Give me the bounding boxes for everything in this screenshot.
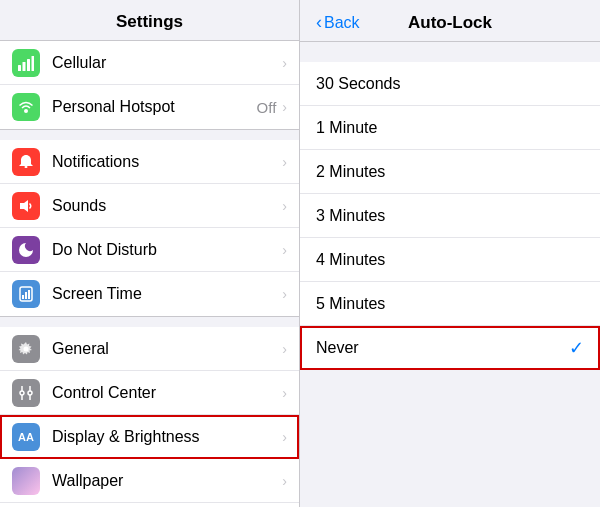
back-button[interactable]: ‹ Back [316,12,360,33]
dnd-label: Do Not Disturb [52,241,282,259]
svg-rect-3 [32,56,35,71]
settings-group-3: General › Control Center › AA Displa [0,327,299,507]
svg-rect-0 [18,65,21,71]
settings-item-cellular[interactable]: Cellular › [0,41,299,85]
autolock-option-4min[interactable]: 4 Minutes [300,238,600,282]
autolock-option-3min[interactable]: 3 Minutes [300,194,600,238]
back-label: Back [324,14,360,32]
settings-item-wallpaper[interactable]: Wallpaper › [0,459,299,503]
wallpaper-chevron: › [282,473,287,489]
option-label-never: Never [316,339,569,357]
wallpaper-icon [12,467,40,495]
option-label-4min: 4 Minutes [316,251,584,269]
right-panel: ‹ Back Auto-Lock 30 Seconds 1 Minute 2 M… [300,0,600,507]
settings-item-controlcenter[interactable]: Control Center › [0,371,299,415]
svg-rect-9 [25,292,27,299]
autolock-option-1min[interactable]: 1 Minute [300,106,600,150]
screentime-icon [12,280,40,308]
option-label-1min: 1 Minute [316,119,584,137]
display-chevron: › [282,429,287,445]
notifications-label: Notifications [52,153,282,171]
wallpaper-label: Wallpaper [52,472,282,490]
settings-header: Settings [0,0,299,41]
hotspot-chevron: › [282,99,287,115]
hotspot-label: Personal Hotspot [52,98,257,116]
settings-item-hotspot[interactable]: Personal Hotspot Off › [0,85,299,129]
general-label: General [52,340,282,358]
sounds-chevron: › [282,198,287,214]
svg-point-4 [24,109,28,113]
svg-rect-10 [28,290,30,299]
option-label-5min: 5 Minutes [316,295,584,313]
general-chevron: › [282,341,287,357]
hotspot-icon [12,93,40,121]
dnd-icon [12,236,40,264]
autolock-header: ‹ Back Auto-Lock [300,0,600,42]
top-spacer [300,42,600,52]
display-icon: AA [12,423,40,451]
controlcenter-chevron: › [282,385,287,401]
controlcenter-icon [12,379,40,407]
back-chevron-icon: ‹ [316,12,322,33]
svg-rect-1 [23,62,26,71]
screentime-label: Screen Time [52,285,282,303]
settings-group-1: Cellular › Personal Hotspot Off › [0,41,299,130]
autolock-options-list: 30 Seconds 1 Minute 2 Minutes 3 Minutes … [300,62,600,370]
dnd-chevron: › [282,242,287,258]
svg-marker-6 [20,200,28,212]
option-label-3min: 3 Minutes [316,207,584,225]
settings-item-notifications[interactable]: Notifications › [0,140,299,184]
svg-rect-5 [25,166,28,168]
option-label-30sec: 30 Seconds [316,75,584,93]
settings-item-screentime[interactable]: Screen Time › [0,272,299,316]
cellular-chevron: › [282,55,287,71]
checkmark-icon: ✓ [569,337,584,359]
settings-item-siri[interactable]: Siri & Search › [0,503,299,507]
cellular-icon [12,49,40,77]
settings-item-general[interactable]: General › [0,327,299,371]
autolock-option-2min[interactable]: 2 Minutes [300,150,600,194]
svg-rect-2 [27,59,30,71]
settings-item-display[interactable]: AA Display & Brightness › [0,415,299,459]
autolock-option-never[interactable]: Never ✓ [300,326,600,370]
autolock-option-5min[interactable]: 5 Minutes [300,282,600,326]
screentime-chevron: › [282,286,287,302]
cellular-label: Cellular [52,54,282,72]
option-label-2min: 2 Minutes [316,163,584,181]
display-label: Display & Brightness [52,428,282,446]
autolock-title: Auto-Lock [408,13,492,33]
svg-rect-8 [22,295,24,299]
controlcenter-label: Control Center [52,384,282,402]
settings-group-2: Notifications › Sounds › Do Not Disturb … [0,140,299,317]
svg-point-15 [28,391,32,395]
settings-title: Settings [116,12,183,31]
notifications-chevron: › [282,154,287,170]
settings-item-sounds[interactable]: Sounds › [0,184,299,228]
sounds-label: Sounds [52,197,282,215]
general-icon [12,335,40,363]
autolock-option-30sec[interactable]: 30 Seconds [300,62,600,106]
sounds-icon [12,192,40,220]
svg-point-12 [20,391,24,395]
notifications-icon [12,148,40,176]
hotspot-value: Off [257,99,277,116]
left-panel: Settings Cellular › [0,0,300,507]
settings-item-dnd[interactable]: Do Not Disturb › [0,228,299,272]
